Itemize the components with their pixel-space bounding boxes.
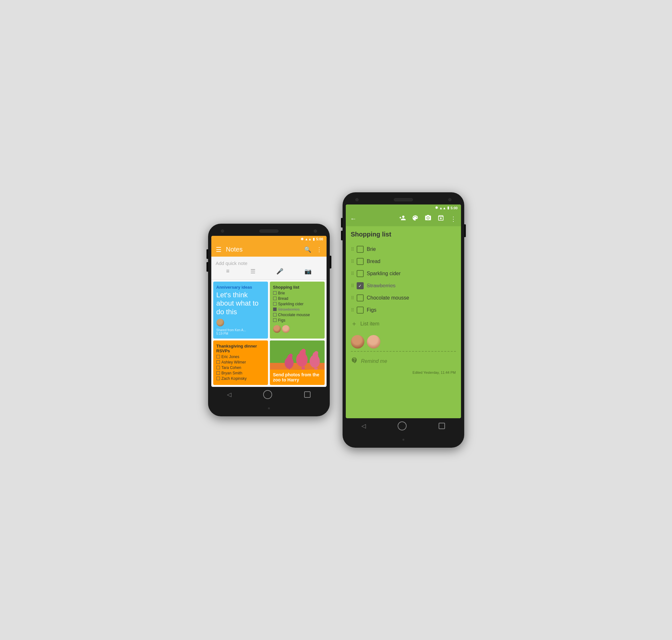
drag-handle[interactable]: ⠿: [351, 247, 354, 252]
note-card-zoo[interactable]: Send photos from the zoo to Harry: [270, 340, 325, 385]
item-text-sparkling: Sparkling cider: [367, 271, 401, 276]
list-item: Eric Jones: [216, 354, 265, 359]
mic-icon[interactable]: 🎤: [276, 268, 283, 275]
add-item-icon: ＋: [351, 319, 357, 328]
nav-bar-2: ◁: [346, 418, 461, 434]
svg-point-10: [314, 351, 318, 355]
drag-handle[interactable]: ⠿: [351, 283, 354, 288]
more-icon[interactable]: ⋮: [316, 246, 322, 253]
screen-1: ✱ ▲▲ ▮ 5:00 ☰ Notes 🔍 ⋮ Add quick note ≡…: [211, 236, 327, 387]
back-button[interactable]: ◁: [227, 391, 231, 398]
note-card-shopping[interactable]: Shopping list Brie Bread Sparkling cider…: [270, 281, 325, 338]
time-display: 5:00: [316, 237, 323, 241]
list-note-icon[interactable]: ☰: [251, 268, 256, 275]
detail-list-item-figs: ⠿ Figs: [351, 304, 456, 316]
note-time: 5:19 PM: [216, 332, 265, 335]
palette-icon[interactable]: [412, 214, 419, 223]
item-text-strawberries: Strawberries: [367, 283, 396, 289]
checkbox-figs[interactable]: [357, 307, 364, 314]
list-item: Figs: [273, 318, 321, 323]
checkbox-brie[interactable]: [357, 246, 364, 253]
speaker-2: [394, 198, 413, 201]
camera-lens: [221, 230, 224, 233]
note-card-anniversary[interactable]: Anniversary ideas Let's think about what…: [213, 281, 268, 338]
divider: [351, 351, 456, 352]
detail-app-bar: ←: [346, 211, 461, 226]
time-display-2: 5:00: [451, 206, 457, 210]
list-item: Bryan Smith: [216, 371, 265, 375]
drag-handle[interactable]: ⠿: [351, 307, 354, 312]
signal-icon-2: ▲▲: [439, 206, 446, 210]
menu-icon[interactable]: ☰: [216, 246, 221, 253]
speaker: [259, 230, 278, 233]
drag-handle[interactable]: ⠿: [351, 295, 354, 301]
search-icon[interactable]: 🔍: [304, 246, 311, 253]
back-icon[interactable]: ←: [350, 215, 357, 222]
remind-icon: [351, 357, 358, 365]
checkbox-mousse[interactable]: [357, 294, 364, 302]
list-item: Chocolate mousse: [273, 312, 321, 317]
detail-note-title: Shopping list: [351, 231, 456, 238]
note-detail: Shopping list ⠿ Brie ⠿ Bread ⠿ Sparkling…: [346, 226, 461, 418]
add-person-icon[interactable]: [399, 214, 406, 223]
list-item: Tara Cohen: [216, 365, 265, 370]
drag-handle[interactable]: ⠿: [351, 259, 354, 264]
add-item-row[interactable]: ＋ List item: [351, 316, 456, 330]
status-bar: ✱ ▲▲ ▮ 5:00: [211, 236, 327, 243]
note-anniversary-body: Let's think about what to do this: [216, 291, 265, 316]
list-item: Ashley Wilmer: [216, 360, 265, 364]
signal-icon: ▲▲: [305, 237, 312, 241]
checkbox-sparkling[interactable]: [357, 270, 364, 277]
camera-icon[interactable]: [425, 214, 432, 223]
item-text-bread: Bread: [367, 259, 381, 264]
checkbox-bread[interactable]: [357, 258, 364, 265]
note-shopping-title: Shopping list: [273, 285, 321, 290]
checkbox-strawberries[interactable]: [357, 282, 364, 289]
remind-row[interactable]: Remind me: [351, 354, 456, 368]
list-item: Brie: [273, 291, 321, 295]
phone-2: ✱ ▲▲ ▮ 5:00 ←: [343, 192, 464, 448]
list-item: Zach Kopinsky: [216, 376, 265, 381]
detail-avatar-2: [367, 335, 380, 348]
archive-icon[interactable]: [437, 214, 444, 223]
back-button-2[interactable]: ◁: [361, 422, 366, 430]
bottom-dot-2: [402, 439, 404, 441]
zoo-text: Send photos from the zoo to Harry: [273, 372, 321, 382]
note-thanksgiving-title: Thanksgiving dinner RSVPs: [216, 344, 265, 353]
bottom-dot: [268, 407, 270, 409]
add-item-placeholder[interactable]: List item: [360, 321, 380, 327]
home-button[interactable]: [263, 390, 272, 399]
quick-note-input[interactable]: Add quick note: [216, 261, 322, 266]
bluetooth-icon: ✱: [301, 237, 303, 241]
sensor: [314, 230, 317, 233]
detail-list-item-mousse: ⠿ Chocolate mousse: [351, 292, 456, 304]
note-anniversary-title: Anniversary ideas: [216, 285, 265, 290]
sensor-2: [448, 198, 452, 201]
recents-button-2[interactable]: [439, 423, 445, 429]
text-note-icon[interactable]: ≡: [226, 268, 230, 275]
detail-list-item-brie: ⠿ Brie: [351, 243, 456, 256]
camera-note-icon[interactable]: 📷: [304, 268, 312, 275]
item-text-mousse: Chocolate mousse: [367, 295, 410, 301]
edit-footer: Edited Yesterday, 11:44 PM: [351, 368, 456, 375]
detail-avatar-1: [351, 335, 364, 348]
detail-avatars: [351, 335, 456, 348]
more-icon-2[interactable]: ⋮: [450, 215, 457, 223]
avatar-3: [282, 325, 290, 333]
drag-handle[interactable]: ⠿: [351, 271, 354, 276]
camera-lens-2: [355, 198, 359, 201]
app-bar: ☰ Notes 🔍 ⋮: [211, 243, 327, 257]
home-button-2[interactable]: [398, 421, 406, 431]
list-item-checked: Strawberries: [273, 307, 321, 312]
svg-point-5: [301, 349, 306, 353]
avatar-2: [273, 325, 281, 333]
list-item: Bread: [273, 296, 321, 301]
note-card-thanksgiving[interactable]: Thanksgiving dinner RSVPs Eric Jones Ash…: [213, 340, 268, 385]
recents-button[interactable]: [304, 391, 311, 398]
battery-icon: ▮: [313, 237, 315, 241]
note-shared-from: Shared from Ken A...: [216, 328, 265, 332]
remind-text[interactable]: Remind me: [361, 359, 387, 364]
nav-bar-1: ◁: [211, 387, 327, 402]
screen-2: ✱ ▲▲ ▮ 5:00 ←: [346, 204, 461, 418]
status-bar-2: ✱ ▲▲ ▮ 5:00: [346, 204, 461, 211]
